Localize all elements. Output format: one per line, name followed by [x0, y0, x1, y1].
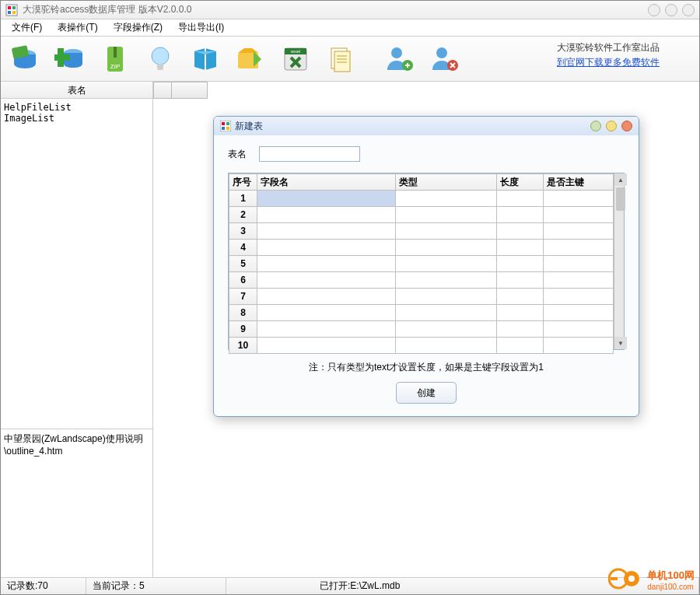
cell-index[interactable]: 9 [229, 321, 257, 338]
cell-length[interactable] [497, 289, 544, 305]
toolbar-add-db-icon[interactable] [52, 41, 88, 77]
menu-file[interactable]: 文件(F) [4, 19, 50, 36]
window-close-button[interactable] [682, 4, 695, 16]
col-name[interactable]: 字段名 [257, 174, 396, 191]
svg-rect-34 [611, 577, 618, 580]
cell-type[interactable] [396, 289, 497, 305]
cell-type[interactable] [396, 338, 497, 354]
cell-name[interactable] [257, 321, 396, 338]
cell-length[interactable] [497, 305, 544, 321]
dialog-maximize-button[interactable] [606, 121, 617, 131]
toolbar-remove-user-icon[interactable] [427, 41, 463, 77]
cell-name[interactable] [257, 338, 396, 354]
grid-row[interactable]: 10 [229, 338, 614, 354]
cell-length[interactable] [497, 272, 544, 289]
cell-name[interactable] [257, 207, 396, 223]
fields-grid[interactable]: 序号 字段名 类型 长度 是否主键 12345678910 [229, 173, 614, 354]
cell-pk[interactable] [544, 289, 614, 305]
cell-name[interactable] [257, 256, 396, 272]
grid-row[interactable]: 1 [229, 191, 614, 207]
cell-index[interactable]: 5 [229, 256, 257, 272]
toolbar-lightbulb-icon[interactable] [142, 41, 178, 77]
promo-link[interactable]: 到官网下载更多免费软件 [557, 57, 660, 68]
scroll-thumb[interactable] [616, 187, 625, 211]
grid-row[interactable]: 3 [229, 223, 614, 240]
cell-index[interactable]: 2 [229, 207, 257, 223]
col-pk[interactable]: 是否主键 [544, 174, 614, 191]
grid-row[interactable]: 5 [229, 256, 614, 272]
cell-pk[interactable] [544, 305, 614, 321]
grid-row[interactable]: 7 [229, 289, 614, 305]
cell-type[interactable] [396, 240, 497, 256]
window-maximize-button[interactable] [665, 4, 677, 16]
cell-pk[interactable] [544, 338, 614, 354]
col-type[interactable]: 类型 [396, 174, 497, 191]
cell-pk[interactable] [544, 207, 614, 223]
dialog-titlebar[interactable]: 新建表 [214, 117, 639, 135]
cell-length[interactable] [497, 338, 544, 354]
toolbar-excel-icon[interactable]: excel [278, 41, 313, 77]
toolbar-book-icon[interactable] [187, 41, 223, 77]
col-length[interactable]: 长度 [497, 174, 544, 191]
cell-index[interactable]: 1 [229, 191, 257, 207]
cell-index[interactable]: 3 [229, 223, 257, 240]
cell-length[interactable] [497, 223, 544, 240]
window-minimize-button[interactable] [648, 4, 660, 16]
grid-row[interactable]: 8 [229, 305, 614, 321]
cell-type[interactable] [396, 223, 497, 240]
menu-export[interactable]: 导出导出(I) [170, 19, 232, 36]
cell-pk[interactable] [544, 223, 614, 240]
cell-type[interactable] [396, 256, 497, 272]
cell-type[interactable] [396, 207, 497, 223]
cell-pk[interactable] [544, 272, 614, 289]
cell-pk[interactable] [544, 191, 614, 207]
cell-type[interactable] [396, 305, 497, 321]
svg-point-26 [436, 47, 447, 58]
grid-scrollbar[interactable]: ▲ ▼ [614, 173, 624, 349]
cell-pk[interactable] [544, 240, 614, 256]
cell-name[interactable] [257, 272, 396, 289]
grid-row[interactable]: 2 [229, 207, 614, 223]
cell-type[interactable] [396, 191, 497, 207]
cell-length[interactable] [497, 240, 544, 256]
svg-rect-9 [54, 54, 70, 61]
cell-pk[interactable] [544, 256, 614, 272]
col-index[interactable]: 序号 [229, 174, 257, 191]
grid-row[interactable]: 9 [229, 321, 614, 338]
cell-length[interactable] [497, 321, 544, 338]
menu-field-ops[interactable]: 字段操作(Z) [106, 19, 170, 36]
dialog-minimize-button[interactable] [590, 121, 601, 131]
create-button[interactable]: 创建 [396, 382, 457, 404]
cell-type[interactable] [396, 321, 497, 338]
toolbar-open-db-icon[interactable] [7, 41, 43, 77]
cell-length[interactable] [497, 256, 544, 272]
menu-table-ops[interactable]: 表操作(T) [50, 19, 105, 36]
svg-text:ZIP: ZIP [110, 63, 120, 70]
cell-name[interactable] [257, 191, 396, 207]
cell-name[interactable] [257, 289, 396, 305]
grid-row[interactable]: 6 [229, 272, 614, 289]
toolbar-documents-icon[interactable] [323, 41, 359, 77]
cell-length[interactable] [497, 191, 544, 207]
cell-name[interactable] [257, 305, 396, 321]
table-name-input[interactable] [259, 146, 360, 162]
toolbar-zip-icon[interactable]: ZIP [97, 41, 133, 77]
cell-index[interactable]: 10 [229, 338, 257, 354]
dialog-close-button[interactable] [621, 121, 632, 131]
cell-type[interactable] [396, 272, 497, 289]
cell-pk[interactable] [544, 321, 614, 338]
cell-length[interactable] [497, 207, 544, 223]
cell-name[interactable] [257, 240, 396, 256]
scroll-up-icon[interactable]: ▲ [614, 173, 627, 186]
table-list[interactable]: HelpFileList ImageList [1, 99, 152, 429]
scroll-down-icon[interactable]: ▼ [614, 337, 627, 349]
svg-point-13 [152, 47, 169, 65]
cell-index[interactable]: 6 [229, 272, 257, 289]
cell-name[interactable] [257, 223, 396, 240]
grid-row[interactable]: 4 [229, 240, 614, 256]
cell-index[interactable]: 8 [229, 305, 257, 321]
toolbar-add-user-icon[interactable] [382, 41, 418, 77]
toolbar-folder-export-icon[interactable] [233, 41, 268, 77]
cell-index[interactable]: 7 [229, 289, 257, 305]
cell-index[interactable]: 4 [229, 240, 257, 256]
